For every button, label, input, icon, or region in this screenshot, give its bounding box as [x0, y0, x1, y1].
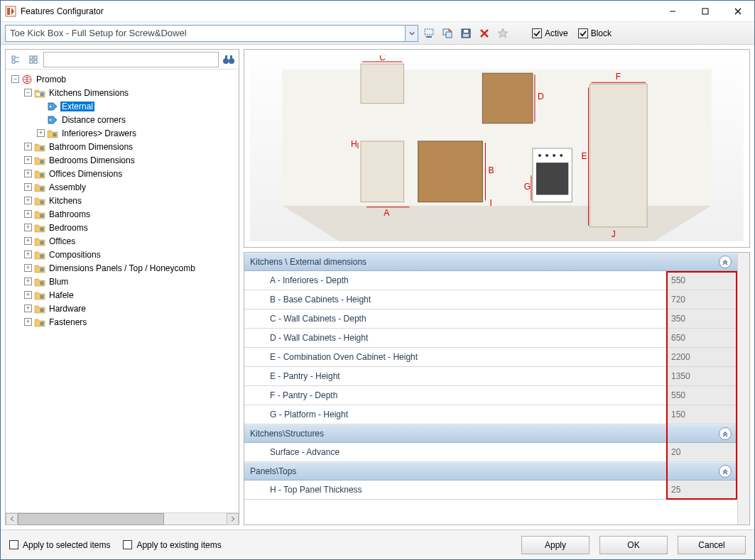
svg-rect-51 — [482, 73, 533, 123]
tree-item[interactable]: + Bathrooms — [24, 207, 239, 221]
tree-item[interactable]: + Dimensions Panels / Top / Honeycomb — [24, 261, 239, 275]
scroll-track[interactable] — [18, 513, 227, 525]
button-row: Apply OK Cancel — [521, 536, 746, 554]
duplicate-icon[interactable] — [440, 26, 455, 41]
group-header[interactable]: Panels\Tops — [244, 462, 737, 481]
tree-search-input[interactable] — [43, 52, 219, 67]
tree-item[interactable]: Distance corners — [37, 113, 239, 126]
property-value-input[interactable] — [667, 290, 737, 309]
cancel-button[interactable]: Cancel — [678, 536, 746, 554]
folder-icon — [34, 290, 45, 301]
collapse-group-icon[interactable] — [719, 427, 732, 440]
apply-selected-checkbox[interactable]: Apply to selected items — [9, 540, 110, 550]
tree-item-label: Offices — [48, 236, 77, 246]
tree[interactable]: − Promob − Kitchens Dimensions External … — [6, 70, 239, 512]
delete-icon[interactable] — [477, 26, 492, 41]
expander-icon[interactable]: + — [24, 224, 32, 231]
scroll-right-icon[interactable] — [227, 513, 239, 525]
property-value-input[interactable] — [667, 329, 737, 347]
save-icon[interactable] — [458, 26, 474, 41]
tree-item[interactable]: + Inferiores> Drawers — [37, 126, 239, 140]
group-header[interactable]: Kitchens\Structures — [244, 424, 737, 443]
collapse-group-icon[interactable] — [719, 465, 732, 478]
tree-item[interactable]: + Offices — [24, 234, 239, 248]
expander-icon[interactable]: + — [24, 278, 32, 285]
svg-rect-25 — [40, 93, 43, 96]
tree-hscrollbar[interactable] — [6, 512, 239, 525]
tree-panel: − Promob − Kitchens Dimensions External … — [5, 49, 239, 525]
property-value-input[interactable] — [667, 405, 737, 424]
tree-item[interactable]: + Offices Dimensions — [24, 167, 239, 180]
tree-item[interactable]: + Bathroom Dimensions — [24, 140, 239, 153]
block-checkbox[interactable]: Block — [578, 28, 612, 38]
expander-icon[interactable]: + — [24, 210, 32, 218]
config-combo[interactable] — [5, 25, 418, 42]
active-checkbox[interactable]: Active — [532, 28, 568, 38]
expander-icon[interactable]: − — [24, 89, 32, 97]
property-value-input[interactable] — [667, 271, 737, 290]
window: Features Configurator Active Block — [0, 0, 755, 560]
binoculars-icon[interactable] — [221, 52, 237, 67]
properties-list[interactable]: Kitchens \ External dimensions A - Infer… — [244, 253, 737, 525]
scroll-thumb[interactable] — [18, 513, 164, 525]
tree-item[interactable]: + Blum — [24, 275, 239, 288]
maximize-button[interactable] — [689, 1, 722, 22]
expander-icon[interactable]: + — [24, 264, 32, 272]
star-icon[interactable] — [495, 26, 511, 41]
expander-icon[interactable]: + — [24, 143, 32, 150]
tree-item[interactable]: + Bedrooms Dimensions — [24, 153, 239, 167]
tree-item[interactable]: − Kitchens Dimensions — [24, 86, 239, 99]
group-header[interactable]: Kitchens \ External dimensions — [244, 253, 737, 271]
expander-icon[interactable]: + — [37, 129, 45, 137]
minimize-button[interactable] — [656, 1, 689, 22]
scroll-left-icon[interactable] — [6, 513, 18, 525]
svg-rect-30 — [40, 160, 43, 163]
svg-text:E: E — [581, 151, 587, 161]
tree-toolbar — [6, 50, 239, 70]
expander-icon[interactable]: + — [24, 291, 32, 299]
expander-icon[interactable]: + — [24, 170, 32, 177]
tree-item[interactable]: + Assembly — [24, 180, 239, 194]
expander-icon[interactable]: + — [24, 183, 32, 191]
expander-icon[interactable]: + — [24, 197, 32, 204]
property-value-input[interactable] — [667, 348, 737, 366]
select-area-icon[interactable] — [421, 26, 437, 41]
collapse-icon[interactable]: − — [11, 75, 19, 83]
property-value-input[interactable] — [667, 443, 737, 461]
property-row: A - Inferiores - Depth — [244, 271, 737, 290]
properties-vscrollbar[interactable] — [737, 253, 749, 525]
property-value-input[interactable] — [667, 386, 737, 405]
tree-root[interactable]: − Promob — [11, 72, 239, 86]
group-title: Kitchens\Structures — [250, 429, 324, 439]
tree-item[interactable]: + Fasteners — [24, 315, 239, 329]
tree-item[interactable]: + Bedrooms — [24, 221, 239, 234]
apply-button[interactable]: Apply — [521, 536, 590, 554]
expander-icon[interactable]: + — [24, 318, 32, 326]
property-value-input[interactable] — [667, 309, 737, 328]
expander-icon[interactable]: + — [24, 156, 32, 164]
expander-icon[interactable]: + — [24, 304, 32, 312]
folder-icon — [34, 209, 45, 220]
apply-existing-checkbox[interactable]: Apply to existing items — [123, 540, 221, 550]
property-value-input[interactable] — [667, 367, 737, 385]
folder-icon — [47, 128, 58, 139]
check-icon — [578, 28, 588, 38]
ok-button[interactable]: OK — [599, 536, 668, 554]
close-button[interactable] — [722, 1, 754, 22]
property-value-input[interactable] — [667, 481, 737, 499]
tree-item[interactable]: External — [37, 99, 239, 113]
expander-icon[interactable]: + — [24, 237, 32, 245]
tree-item-label: Blum — [48, 277, 70, 287]
tree-item[interactable]: + Kitchens — [24, 194, 239, 207]
tree-collapse-icon[interactable] — [8, 52, 23, 67]
tree-item[interactable]: + Compositions — [24, 248, 239, 261]
folder-icon — [34, 87, 45, 99]
tree-item[interactable]: + Hardware — [24, 302, 239, 315]
tree-item[interactable]: + Hafele — [24, 288, 239, 302]
config-combo-input[interactable] — [6, 28, 405, 38]
property-label: F - Pantry - Depth — [244, 390, 666, 400]
tree-expand-icon[interactable] — [26, 52, 41, 67]
collapse-group-icon[interactable] — [719, 256, 732, 268]
config-combo-dropdown[interactable] — [405, 26, 418, 41]
expander-icon[interactable]: + — [24, 251, 32, 258]
